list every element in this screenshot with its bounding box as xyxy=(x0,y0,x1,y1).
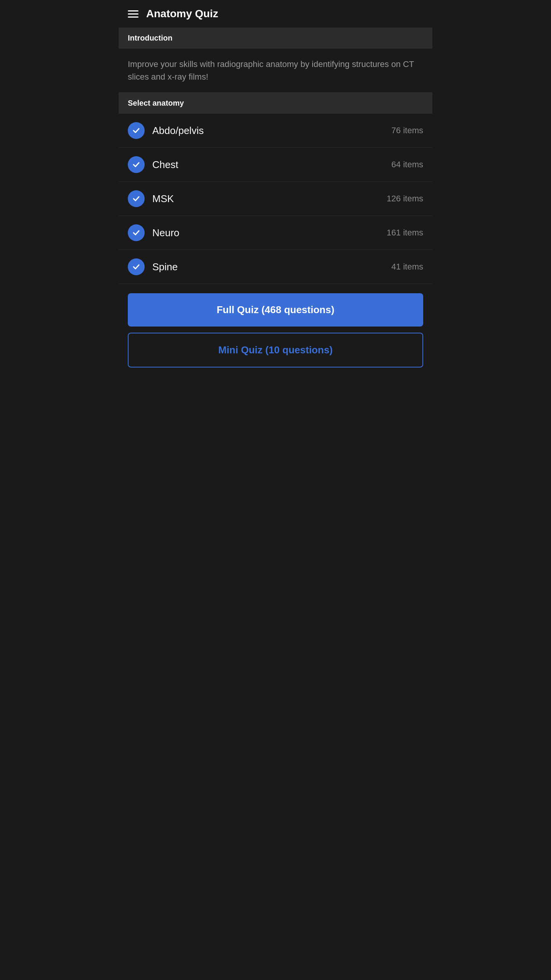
anatomy-item-msk[interactable]: MSK 126 items xyxy=(119,182,432,216)
app-header: Anatomy Quiz xyxy=(119,0,432,28)
anatomy-name-abdo-pelvis: Abdo/pelvis xyxy=(152,125,204,137)
anatomy-item-left-chest: Chest xyxy=(128,156,178,173)
intro-text: Improve your skills with radiographic an… xyxy=(119,49,432,93)
intro-section-label: Introduction xyxy=(119,28,432,49)
anatomy-item-left: Abdo/pelvis xyxy=(128,122,204,139)
anatomy-count-spine: 41 items xyxy=(391,262,423,272)
anatomy-name-neuro: Neuro xyxy=(152,227,179,239)
anatomy-item-left-neuro: Neuro xyxy=(128,224,179,241)
app-title: Anatomy Quiz xyxy=(146,8,218,20)
check-circle-neuro xyxy=(128,224,145,241)
check-circle-spine xyxy=(128,258,145,275)
anatomy-count-neuro: 161 items xyxy=(387,228,423,238)
anatomy-name-msk: MSK xyxy=(152,193,174,205)
anatomy-count-chest: 64 items xyxy=(391,160,423,170)
anatomy-item-left-spine: Spine xyxy=(128,258,178,275)
anatomy-item-spine[interactable]: Spine 41 items xyxy=(119,250,432,284)
anatomy-name-spine: Spine xyxy=(152,261,178,273)
check-circle-abdo-pelvis xyxy=(128,122,145,139)
anatomy-item-abdo-pelvis[interactable]: Abdo/pelvis 76 items xyxy=(119,114,432,148)
menu-button[interactable] xyxy=(128,10,139,18)
buttons-section: Full Quiz (468 questions) Mini Quiz (10 … xyxy=(119,284,432,377)
checkmark-icon xyxy=(132,160,141,169)
full-quiz-button[interactable]: Full Quiz (468 questions) xyxy=(128,293,423,327)
anatomy-name-chest: Chest xyxy=(152,159,178,171)
anatomy-count-msk: 126 items xyxy=(387,194,423,204)
anatomy-item-chest[interactable]: Chest 64 items xyxy=(119,148,432,182)
bottom-spacer xyxy=(119,377,432,453)
checkmark-icon xyxy=(132,126,141,135)
anatomy-section-label: Select anatomy xyxy=(119,93,432,114)
anatomy-item-left-msk: MSK xyxy=(128,190,174,207)
check-circle-chest xyxy=(128,156,145,173)
anatomy-item-neuro[interactable]: Neuro 161 items xyxy=(119,216,432,250)
checkmark-icon xyxy=(132,194,141,203)
anatomy-count-abdo-pelvis: 76 items xyxy=(391,126,423,136)
checkmark-icon xyxy=(132,228,141,237)
anatomy-list: Abdo/pelvis 76 items Chest 64 items MSK … xyxy=(119,114,432,284)
check-circle-msk xyxy=(128,190,145,207)
mini-quiz-button[interactable]: Mini Quiz (10 questions) xyxy=(128,333,423,368)
checkmark-icon xyxy=(132,262,141,271)
